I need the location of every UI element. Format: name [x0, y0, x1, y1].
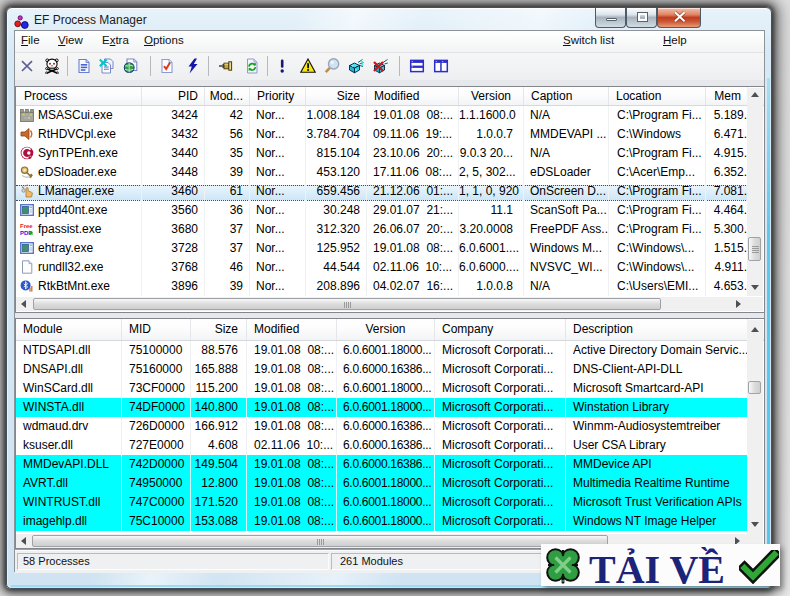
svg-text:Free: Free	[20, 223, 33, 229]
